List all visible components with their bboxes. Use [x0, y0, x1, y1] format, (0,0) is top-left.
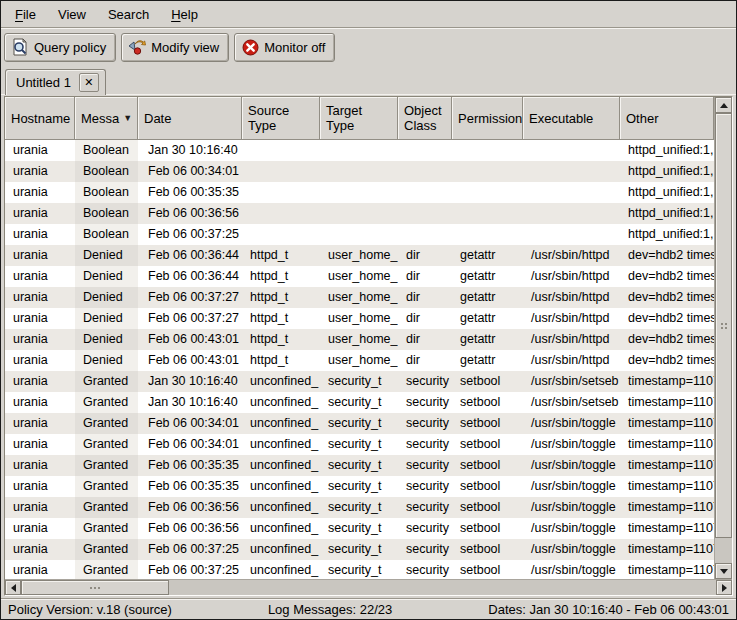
cell-message: Granted: [75, 413, 138, 434]
table-row[interactable]: uraniaBooleanFeb 06 00:37:25httpd_unifie…: [5, 224, 714, 245]
cell-message: Granted: [75, 497, 138, 518]
cell-message: Denied: [75, 245, 138, 266]
column-header-date[interactable]: Date: [138, 97, 242, 140]
dates-status: Dates: Jan 30 10:16:40 - Feb 06 00:43:01: [488, 602, 729, 617]
cell-other: dev=hdb2 timesta: [620, 287, 714, 308]
modify-view-button[interactable]: Modify view: [121, 33, 229, 62]
cell-date: Jan 30 10:16:40: [138, 371, 242, 392]
table-row[interactable]: uraniaDeniedFeb 06 00:36:44httpd_tuser_h…: [5, 245, 714, 266]
modify-shapes-icon: [128, 38, 146, 56]
cell-executable: [523, 182, 620, 203]
horizontal-scrollbar-track[interactable]: [169, 580, 716, 595]
column-header-object_class[interactable]: Object Class: [398, 97, 452, 140]
table-row[interactable]: uraniaBooleanFeb 06 00:34:01httpd_unifie…: [5, 161, 714, 182]
tab-untitled-1[interactable]: Untitled 1 ✕: [5, 69, 106, 95]
cell-object_class: [398, 203, 452, 224]
tab-close-icon[interactable]: ✕: [79, 73, 99, 92]
menu-item-help[interactable]: Help: [163, 4, 206, 25]
cell-object_class: security: [398, 539, 452, 560]
query-policy-button[interactable]: Query policy: [4, 33, 116, 62]
scroll-left-icon[interactable]: [5, 580, 21, 595]
cell-other: timestamp=11076: [620, 476, 714, 497]
cell-message: Boolean: [75, 140, 138, 161]
cell-executable: /usr/sbin/toggle: [523, 518, 620, 539]
table-row[interactable]: uraniaDeniedFeb 06 00:43:01httpd_tuser_h…: [5, 350, 714, 371]
cell-permission: setbool: [452, 434, 523, 455]
cell-other: timestamp=11071: [620, 371, 714, 392]
red-cross-circle-icon: [241, 38, 259, 56]
column-header-message[interactable]: Messa▼: [75, 97, 138, 140]
table-row[interactable]: uraniaGrantedFeb 06 00:37:25unconfined_s…: [5, 539, 714, 560]
cell-permission: getattr: [452, 245, 523, 266]
menu-item-view[interactable]: View: [50, 4, 94, 25]
menu-item-file[interactable]: File: [7, 4, 44, 25]
cell-other: dev=hdb2 timesta: [620, 308, 714, 329]
cell-source_type: [242, 140, 320, 161]
cell-message: Denied: [75, 266, 138, 287]
scroll-down-icon[interactable]: [715, 563, 732, 579]
column-header-label: Messa: [81, 111, 119, 126]
cell-date: Jan 30 10:16:40: [138, 392, 242, 413]
table-row[interactable]: uraniaGrantedFeb 06 00:36:56unconfined_s…: [5, 518, 714, 539]
column-header-other[interactable]: Other: [620, 97, 714, 140]
query-policy-label: Query policy: [34, 40, 106, 55]
cell-hostname: urania: [5, 434, 75, 455]
column-header-label: Executable: [529, 111, 593, 126]
table-row[interactable]: uraniaGrantedFeb 06 00:34:01unconfined_s…: [5, 413, 714, 434]
cell-target_type: user_home_: [320, 350, 398, 371]
table-row[interactable]: uraniaGrantedFeb 06 00:34:01unconfined_s…: [5, 434, 714, 455]
cell-source_type: httpd_t: [242, 287, 320, 308]
cell-permission: setbool: [452, 392, 523, 413]
table-row[interactable]: uraniaDeniedFeb 06 00:37:27httpd_tuser_h…: [5, 308, 714, 329]
cell-permission: getattr: [452, 350, 523, 371]
table-row[interactable]: uraniaGrantedJan 30 10:16:40unconfined_s…: [5, 371, 714, 392]
cell-permission: getattr: [452, 266, 523, 287]
table-row[interactable]: uraniaGrantedFeb 06 00:37:25unconfined_s…: [5, 560, 714, 579]
cell-permission: setbool: [452, 476, 523, 497]
cell-date: Feb 06 00:36:44: [138, 245, 242, 266]
cell-other: httpd_unified:1, h: [620, 203, 714, 224]
column-header-hostname[interactable]: Hostname: [5, 97, 75, 140]
cell-target_type: user_home_: [320, 329, 398, 350]
column-header-permission[interactable]: Permission: [452, 97, 523, 140]
cell-message: Granted: [75, 392, 138, 413]
table-row[interactable]: uraniaBooleanFeb 06 00:36:56httpd_unifie…: [5, 203, 714, 224]
cell-date: Feb 06 00:35:35: [138, 455, 242, 476]
cell-source_type: httpd_t: [242, 350, 320, 371]
table-row[interactable]: uraniaDeniedFeb 06 00:37:27httpd_tuser_h…: [5, 287, 714, 308]
cell-target_type: user_home_: [320, 287, 398, 308]
table-row[interactable]: uraniaBooleanJan 30 10:16:40httpd_unifie…: [5, 140, 714, 161]
table-row[interactable]: uraniaGrantedFeb 06 00:36:56unconfined_s…: [5, 497, 714, 518]
cell-message: Granted: [75, 560, 138, 579]
cell-permission: getattr: [452, 287, 523, 308]
cell-permission: setbool: [452, 455, 523, 476]
cell-other: httpd_unified:1, h: [620, 140, 714, 161]
cell-source_type: [242, 203, 320, 224]
cell-permission: [452, 203, 523, 224]
table-row[interactable]: uraniaGrantedFeb 06 00:35:35unconfined_s…: [5, 476, 714, 497]
vertical-scrollbar-thumb[interactable]: [715, 113, 732, 538]
table-row[interactable]: uraniaBooleanFeb 06 00:35:35httpd_unifie…: [5, 182, 714, 203]
table-row[interactable]: uraniaGrantedFeb 06 00:35:35unconfined_s…: [5, 455, 714, 476]
scroll-up-icon[interactable]: [715, 97, 732, 113]
cell-date: Feb 06 00:37:27: [138, 287, 242, 308]
table-row[interactable]: uraniaDeniedFeb 06 00:43:01httpd_tuser_h…: [5, 329, 714, 350]
scroll-right-icon[interactable]: [716, 580, 732, 595]
horizontal-scrollbar-thumb[interactable]: [21, 580, 169, 595]
column-header-executable[interactable]: Executable: [523, 97, 620, 140]
table-row[interactable]: uraniaDeniedFeb 06 00:36:44httpd_tuser_h…: [5, 266, 714, 287]
cell-hostname: urania: [5, 350, 75, 371]
vertical-scrollbar-track[interactable]: [715, 538, 732, 563]
cell-hostname: urania: [5, 497, 75, 518]
table-row[interactable]: uraniaGrantedJan 30 10:16:40unconfined_s…: [5, 392, 714, 413]
magnifier-document-icon: [11, 38, 29, 56]
cell-target_type: security_t: [320, 476, 398, 497]
menu-item-search[interactable]: Search: [100, 4, 157, 25]
cell-date: Feb 06 00:37:25: [138, 539, 242, 560]
column-header-source_type[interactable]: Source Type: [242, 97, 320, 140]
column-header-label: Hostname: [11, 111, 70, 126]
cell-other: timestamp=11076: [620, 539, 714, 560]
column-header-target_type[interactable]: Target Type: [320, 97, 398, 140]
monitor-off-button[interactable]: Monitor off: [234, 33, 335, 62]
cell-object_class: security: [398, 476, 452, 497]
